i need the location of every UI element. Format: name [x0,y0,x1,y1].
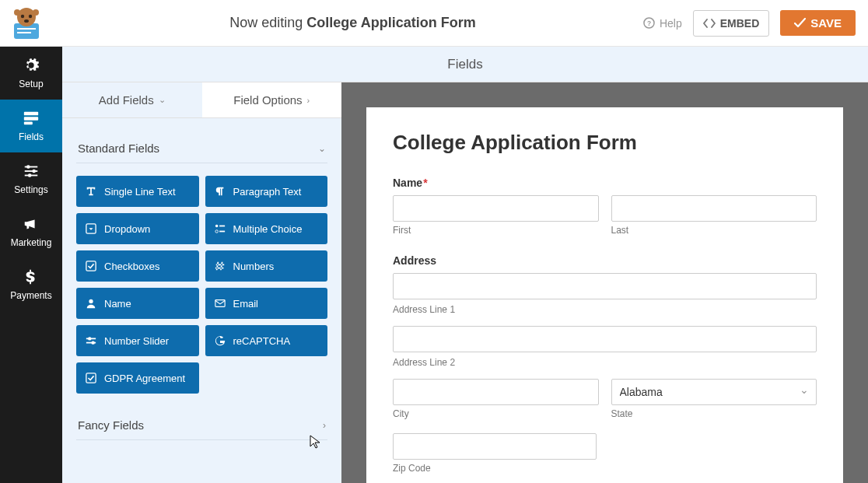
body: Setup Fields Settings Marketing Payments… [0,47,868,483]
address-line-2-input[interactable] [393,326,817,352]
envelope-icon [215,298,226,309]
rail-item-settings[interactable]: Settings [0,152,62,205]
help-label: Help [660,17,682,30]
save-label: SAVE [810,16,842,30]
zip-input[interactable] [393,433,597,460]
embed-button[interactable]: EMBED [693,10,770,37]
editing-title: Now editing College Application Form [62,15,643,31]
slider-icon [86,335,96,346]
panel-tabs: Add Fields ⌄ Field Options › [62,82,341,118]
svg-point-19 [28,173,32,177]
svg-rect-27 [215,300,224,307]
help-link[interactable]: ? Help [643,17,682,30]
group-fancy-fields[interactable]: Fancy Fields › [76,411,327,440]
city-input[interactable] [393,379,599,405]
rail-item-setup[interactable]: Setup [0,47,62,100]
text-icon [86,186,96,197]
rail-label: Settings [14,184,47,195]
field-dropdown[interactable]: Dropdown [76,213,199,244]
field-label: Dropdown [104,223,150,235]
wpforms-logo-icon [8,6,45,40]
rail-label: Payments [10,290,51,301]
field-checkboxes[interactable]: Checkboxes [76,250,199,282]
addr1-sub-label: Address Line 1 [393,304,817,315]
editing-form-name: College Application Form [306,15,475,30]
field-label: reCAPTCHA [233,335,291,347]
required-asterisk: * [423,177,427,189]
svg-rect-2 [17,32,31,33]
form-preview-area: College Application Form Name* First [341,82,868,483]
field-name-block: Name* First Last [393,177,817,247]
first-sub-label: First [393,225,599,236]
zip-sub-label: Zip Code [393,463,597,474]
name-label-text: Name [393,177,422,189]
chevron-down-icon: ⌄ [318,143,326,154]
address-line-1-input[interactable] [393,273,817,299]
rail-item-fields[interactable]: Fields [0,100,62,152]
svg-rect-11 [24,112,38,116]
svg-rect-25 [86,261,96,271]
field-number-slider[interactable]: Number Slider [76,325,199,356]
code-icon [703,18,716,29]
field-single-line-text[interactable]: Single Line Text [76,176,199,207]
topbar-actions: ? Help EMBED SAVE [643,10,856,37]
tab-label: Add Fields [99,93,154,107]
paragraph-icon [215,186,226,197]
first-name-input[interactable] [393,195,599,222]
help-icon: ? [643,17,655,29]
city-sub-label: City [393,408,599,419]
rail-label: Marketing [11,237,52,248]
svg-point-21 [215,225,218,228]
google-icon [215,335,226,346]
topbar: Now editing College Application Form ? H… [0,0,868,47]
main: Fields Add Fields ⌄ Field Options › [62,47,868,483]
check-icon [794,18,806,28]
save-button[interactable]: SAVE [780,10,856,36]
field-numbers[interactable]: Numbers [205,250,328,282]
field-label: GDPR Agreement [104,373,185,384]
svg-point-29 [88,337,91,340]
svg-point-4 [21,14,24,17]
svg-point-3 [17,8,36,26]
rail-item-marketing[interactable]: Marketing [0,205,62,258]
check-square-icon [86,373,96,383]
name-label: Name* [393,177,817,189]
tab-field-options[interactable]: Field Options › [202,82,342,118]
address-label: Address [393,254,817,267]
field-email[interactable]: Email [205,288,328,319]
svg-point-6 [24,19,29,23]
tab-add-fields[interactable]: Add Fields ⌄ [62,82,202,118]
user-icon [86,298,96,309]
dollar-icon [23,268,40,285]
svg-rect-12 [24,117,38,121]
field-paragraph-text[interactable]: Paragraph Text [205,176,328,207]
section-title: Fields [62,47,868,82]
rail-label: Fields [19,131,44,142]
svg-rect-24 [219,231,225,233]
group-standard-fields[interactable]: Standard Fields ⌄ [76,134,327,163]
rail-item-payments[interactable]: Payments [0,258,62,311]
field-name[interactable]: Name [76,288,199,319]
editing-prefix: Now editing [229,15,306,30]
rail-label: Setup [19,79,43,89]
group-title: Fancy Fields [78,418,144,432]
field-gdpr-agreement[interactable]: GDPR Agreement [76,362,199,394]
chevron-right-icon: › [307,96,310,105]
field-label: Email [233,298,259,310]
field-label: Number Slider [104,335,169,347]
last-name-input[interactable] [611,195,817,222]
panel-body: Standard Fields ⌄ Single Line Text Parag… [62,118,341,440]
app-logo [8,6,62,40]
svg-point-8 [33,9,39,16]
field-multiple-choice[interactable]: Multiple Choice [205,213,328,244]
field-label: Name [104,298,131,310]
hashtag-icon [215,261,226,271]
svg-point-7 [14,9,20,16]
svg-point-5 [29,14,32,17]
left-rail: Setup Fields Settings Marketing Payments [0,47,62,483]
field-recaptcha[interactable]: reCAPTCHA [205,325,328,356]
addr2-sub-label: Address Line 2 [393,357,817,368]
form-card[interactable]: College Application Form Name* First [366,107,843,483]
state-select[interactable]: Alabama [611,379,817,405]
svg-point-17 [32,170,36,173]
